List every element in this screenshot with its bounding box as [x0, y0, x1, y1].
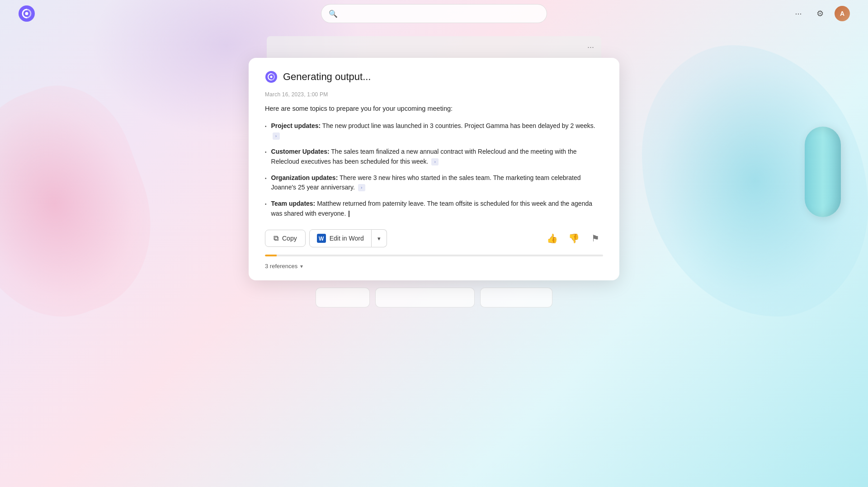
top-bar: 🔍 ··· ⚙ A: [0, 0, 868, 27]
thumbs-down-icon: 👎: [568, 233, 580, 244]
list-item-content: Project updates: The new product line wa…: [271, 121, 603, 141]
main-content: ···: [0, 27, 868, 487]
text-cursor: [349, 211, 349, 217]
suggestion-chip-3[interactable]: [480, 288, 552, 307]
bottom-chips: [316, 288, 552, 307]
bullet-dot: •: [265, 201, 267, 218]
main-card: Generating output... March 16, 2023, 1:0…: [249, 58, 619, 280]
list-item-content: Organization updates: There were 3 new h…: [271, 173, 603, 193]
copy-icon: ⧉: [274, 234, 278, 242]
reference-link[interactable]: ›: [358, 184, 365, 191]
progress-bar-fill: [265, 255, 275, 256]
list-item: • Customer Updates: The sales team final…: [265, 147, 603, 166]
reference-link[interactable]: ›: [273, 132, 280, 140]
action-buttons-right: 👍 👎 ⚑: [544, 231, 603, 246]
more-icon: ···: [795, 9, 802, 19]
edit-word-button[interactable]: W Edit in Word: [309, 229, 372, 247]
settings-button[interactable]: ⚙: [813, 6, 827, 21]
bullet-label: Customer Updates:: [271, 148, 330, 155]
chevron-down-icon: ▾: [300, 263, 303, 270]
bullet-label: Project updates:: [271, 122, 321, 129]
edit-word-label: Edit in Word: [330, 235, 364, 242]
suggestion-chip-2[interactable]: [375, 288, 475, 307]
svg-point-1: [25, 12, 28, 15]
chevron-down-icon: ▾: [377, 235, 381, 242]
word-icon: W: [317, 234, 326, 243]
edit-word-button-group: W Edit in Word ▾: [309, 229, 387, 247]
timestamp: March 16, 2023, 1:00 PM: [265, 91, 603, 98]
copilot-icon-small: [265, 71, 278, 83]
bullet-label: Team updates:: [271, 200, 316, 207]
list-item-content: Team updates: Matthew returned from pate…: [271, 199, 603, 218]
progress-bar-container: [265, 255, 603, 256]
search-input[interactable]: [342, 10, 539, 17]
thumbs-up-button[interactable]: 👍: [544, 231, 560, 246]
bullet-dot: •: [265, 175, 267, 193]
user-avatar[interactable]: A: [835, 6, 850, 21]
copy-button[interactable]: ⧉ Copy: [265, 230, 306, 247]
intro-text: Here are some topics to prepare you for …: [265, 104, 603, 114]
progress-dot: [273, 255, 277, 256]
bullet-dot: •: [265, 149, 267, 166]
references-label: 3 references: [265, 263, 297, 270]
search-bar[interactable]: 🔍: [321, 4, 547, 23]
content-bar-more-button[interactable]: ···: [587, 43, 594, 52]
user-initials: A: [840, 10, 844, 17]
references-row[interactable]: 3 references ▾: [265, 263, 603, 270]
list-item: • Project updates: The new product line …: [265, 121, 603, 141]
reference-link[interactable]: ›: [431, 158, 439, 165]
svg-text:W: W: [319, 236, 324, 242]
action-area: ⧉ Copy W Edit in Word: [265, 229, 603, 247]
edit-word-dropdown-button[interactable]: ▾: [372, 229, 387, 247]
generating-title: Generating output...: [283, 71, 371, 83]
copilot-logo: [18, 5, 35, 22]
more-options-button[interactable]: ···: [791, 6, 806, 21]
bullet-text: Matthew returned from paternity leave. T…: [271, 200, 593, 217]
thumbs-up-icon: 👍: [547, 233, 558, 244]
search-icon: 🔍: [329, 9, 338, 18]
flag-icon: ⚑: [591, 233, 599, 244]
top-bar-right: ··· ⚙ A: [791, 6, 850, 21]
search-bar-container: 🔍: [321, 4, 547, 23]
content-bar: ···: [267, 36, 601, 58]
bullet-dot: •: [265, 123, 267, 141]
copy-label: Copy: [282, 235, 297, 242]
suggestion-chip-1[interactable]: [316, 288, 370, 307]
svg-point-3: [270, 76, 273, 78]
bullet-label: Organization updates:: [271, 174, 338, 181]
flag-button[interactable]: ⚑: [588, 231, 603, 246]
list-item: • Team updates: Matthew returned from pa…: [265, 199, 603, 218]
action-buttons-left: ⧉ Copy W Edit in Word: [265, 229, 387, 247]
list-item: • Organization updates: There were 3 new…: [265, 173, 603, 193]
bullet-list: • Project updates: The new product line …: [265, 121, 603, 219]
card-header: Generating output...: [265, 71, 603, 83]
top-bar-left: [18, 5, 35, 22]
list-item-content: Customer Updates: The sales team finaliz…: [271, 147, 603, 166]
bullet-text: The new product line was launched in 3 c…: [322, 122, 595, 129]
settings-icon: ⚙: [816, 9, 824, 19]
thumbs-down-button[interactable]: 👎: [566, 231, 581, 246]
